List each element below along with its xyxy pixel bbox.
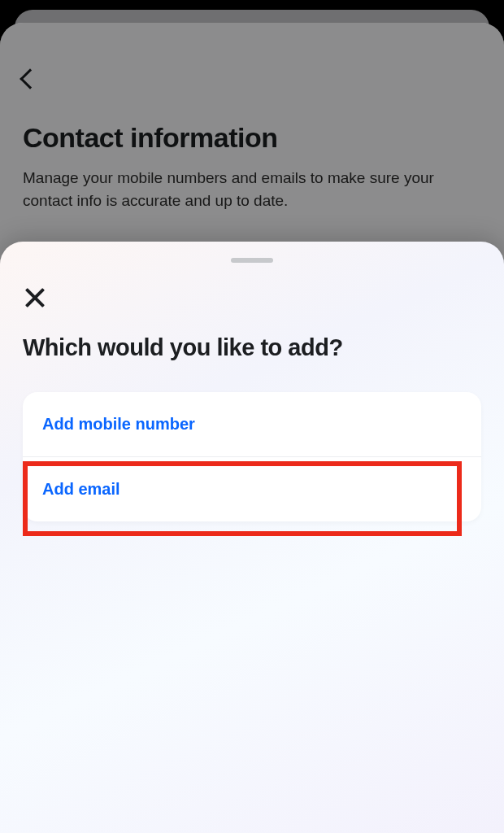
sheet-grabber[interactable] [231,258,273,263]
close-icon[interactable] [23,286,47,310]
add-contact-sheet: Which would you like to add? Add mobile … [0,242,504,833]
add-email-option[interactable]: Add email [23,457,481,521]
sheet-title: Which would you like to add? [23,334,481,361]
add-mobile-option[interactable]: Add mobile number [23,392,481,456]
option-list: Add mobile number Add email [23,392,481,521]
